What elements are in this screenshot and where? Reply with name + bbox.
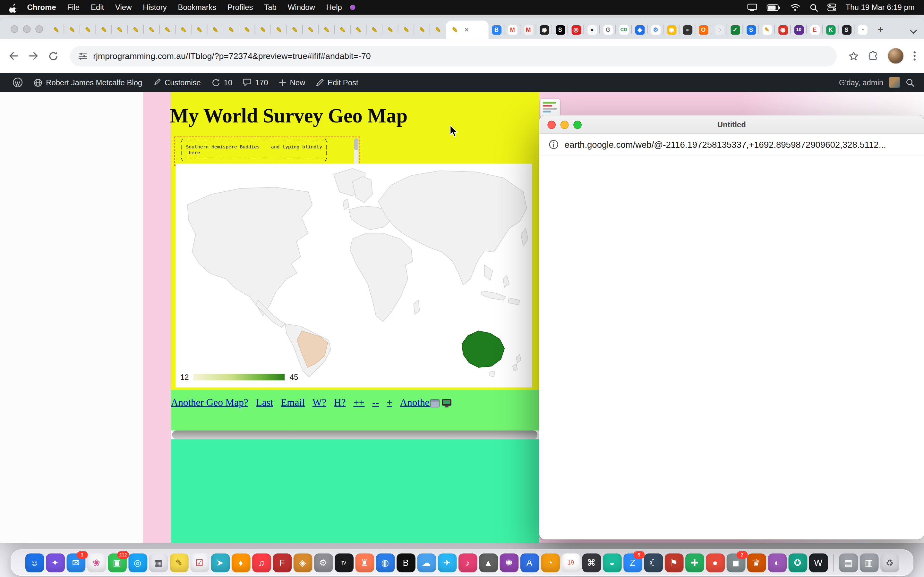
screen-mirroring-icon[interactable] [747,3,757,11]
browser-tab[interactable]: S [743,21,759,39]
browser-tab[interactable]: ⚙ [648,21,664,39]
browser-tab[interactable]: O [695,21,711,39]
content-link[interactable]: W? [312,397,326,409]
control-center-icon[interactable] [827,3,837,11]
browser-tab[interactable]: ✎ [239,21,255,39]
menu-window[interactable]: Window [288,3,315,12]
browser-tab[interactable]: 10 [791,21,807,39]
wp-edit-post[interactable]: Edit Post [310,73,363,92]
menu-chrome[interactable]: Chrome [27,3,56,12]
browser-tab[interactable]: ✎ [334,21,351,39]
browser-tab[interactable]: G [600,21,616,39]
dock-icon[interactable]: ◈ [293,553,312,572]
wp-updates[interactable]: 10 [206,73,237,92]
browser-tab[interactable]: K [822,21,838,39]
browser-tab[interactable]: ◉ [536,21,552,39]
content-link[interactable]: Last [256,397,273,409]
dock-icon[interactable]: ➤ [211,553,230,572]
dock-icon[interactable]: ♻ [880,553,899,572]
dock-icon[interactable]: F [272,553,291,572]
browser-tab[interactable]: ◉ [664,21,680,39]
wp-admin-avatar[interactable] [889,77,900,88]
content-link[interactable]: Another Geo Map? [171,397,248,409]
dock-icon[interactable]: tv [334,553,353,572]
content-link[interactable]: Email [281,397,305,409]
dock-icon[interactable]: B [396,553,415,572]
browser-tab[interactable]: ✎ [271,21,287,39]
dock-icon[interactable]: ✚ [685,553,704,572]
dock-icon[interactable]: ⌘ [582,553,601,572]
page-thumbnail[interactable] [540,99,560,118]
dock-icon[interactable]: ♜ [355,553,374,572]
browser-tab[interactable]: ✎ [128,21,144,39]
wp-new-button[interactable]: New [273,73,310,92]
dock-icon[interactable]: ▥ [859,553,879,572]
browser-tab[interactable]: ✎ [112,21,128,39]
wp-customise[interactable]: Customise [148,73,206,92]
browser-tab[interactable]: ✎ [80,21,96,39]
back-button[interactable] [8,51,19,61]
dock-icon[interactable]: ♫ [252,553,271,572]
window-close-button[interactable] [548,121,556,129]
survey-textarea[interactable]: /---------------------------------------… [174,137,360,166]
battery-icon[interactable] [766,4,780,11]
profile-avatar[interactable] [887,48,904,64]
browser-tab[interactable]: ✎ [303,21,319,39]
kebab-menu-icon[interactable] [913,51,916,61]
untitled-url-text[interactable]: earth.google.com/web/@-2116.197258135337… [565,139,886,149]
info-icon[interactable] [549,139,559,149]
browser-tab[interactable]: ✎ [430,21,446,39]
dock-icon[interactable]: ▦ [149,553,168,572]
browser-tab[interactable]: ✎ [255,21,271,39]
monitor-icon[interactable] [442,399,451,406]
textarea-scrollbar[interactable] [354,139,359,164]
browser-tab[interactable]: ✎ [319,21,335,39]
dock-icon[interactable]: ☾ [644,553,663,572]
browser-tab[interactable]: ✎ [223,21,239,39]
window-close-button[interactable] [11,25,18,33]
wp-site-menu[interactable]: Robert James Metcalfe Blog [28,73,148,92]
browser-tab[interactable]: ✓ [727,21,743,39]
browser-tab[interactable]: S [552,21,568,39]
dock-icon[interactable]: ● [706,553,724,572]
site-settings-icon[interactable] [78,52,87,60]
untitled-title-bar[interactable]: Untitled [540,115,924,134]
browser-tab[interactable]: ✎ [287,21,303,39]
wp-greeting[interactable]: G'day, admin [839,78,883,87]
browser-tab[interactable]: ✎ [48,21,65,39]
browser-tab[interactable]: ✎ [759,21,775,39]
wifi-icon[interactable] [790,3,800,11]
dock-icon[interactable]: ♦ [231,553,250,572]
content-link[interactable]: ++ [353,397,365,409]
browser-tab[interactable]: ● [584,21,600,39]
browser-tab[interactable]: ✎ [160,21,176,39]
dock-icon[interactable]: ◐ [767,553,787,572]
browser-tab[interactable]: M [504,21,520,39]
browser-tab-active[interactable]: ✎× [446,21,488,39]
window-zoom-button[interactable] [573,121,582,129]
dock-icon[interactable]: ✪ [788,553,807,572]
reload-button[interactable] [48,51,58,61]
dock-icon[interactable]: A [520,553,539,572]
dock-icon[interactable]: ✈ [438,553,457,572]
browser-tab[interactable]: B [489,21,505,39]
forward-button[interactable] [28,51,39,61]
menu-file[interactable]: File [67,3,79,12]
browser-tab[interactable]: ✎ [351,21,367,39]
browser-tab[interactable]: M [520,21,536,39]
dock-icon[interactable]: Z5 [623,553,642,572]
dock-icon[interactable]: ◎ [128,553,147,572]
dock-icon[interactable]: ☑ [190,553,209,572]
browser-tab[interactable]: ◌ [711,21,727,39]
browser-tab[interactable]: ◔ [855,21,871,39]
browser-tab[interactable]: ✎ [399,21,415,39]
info-box-icon[interactable] [430,399,439,408]
dock-icon[interactable]: ✺ [499,553,519,572]
window-zoom-button[interactable] [35,25,43,33]
dock-icon[interactable]: ▣212 [107,553,126,572]
dock-icon[interactable]: ❀ [87,553,106,572]
dock-icon[interactable]: ✦ [45,553,65,572]
browser-tab[interactable]: E [806,21,822,39]
apple-logo-icon[interactable] [9,3,18,12]
dock-icon[interactable]: ♛ [747,553,766,572]
